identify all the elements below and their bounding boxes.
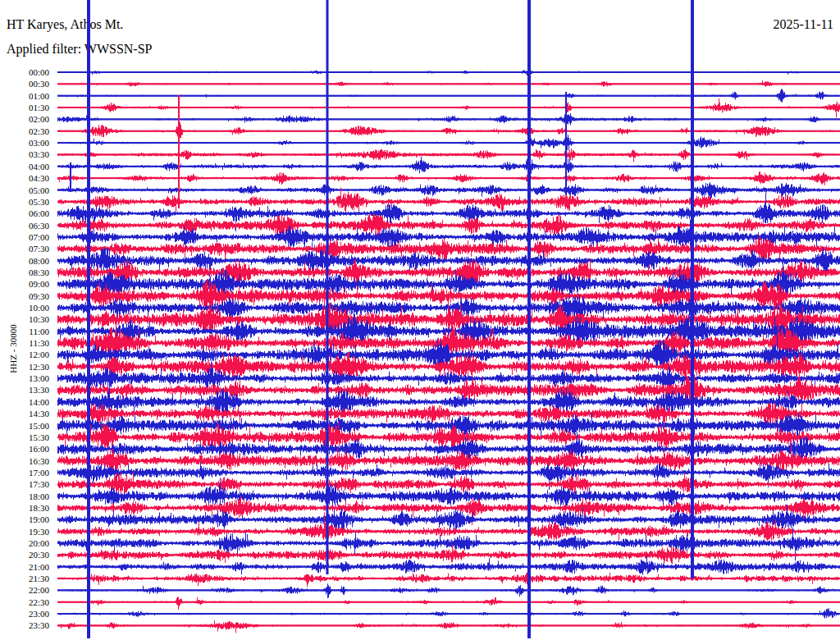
time-label: 06:30: [29, 221, 49, 231]
time-label: 11:30: [29, 338, 49, 348]
time-axis: 00:0000:3001:0001:3002:0002:3003:0003:30…: [0, 0, 51, 640]
time-label: 18:00: [29, 491, 49, 501]
time-label: 16:30: [29, 456, 49, 466]
time-label: 02:30: [29, 126, 49, 136]
time-label: 20:30: [29, 550, 49, 560]
time-label: 00:30: [29, 79, 49, 89]
time-label: 23:30: [29, 620, 49, 630]
time-label: 09:30: [29, 291, 49, 301]
time-label: 07:30: [29, 244, 49, 254]
time-label: 03:00: [29, 138, 49, 148]
time-label: 22:30: [29, 597, 49, 607]
time-label: 12:00: [29, 350, 49, 359]
time-label: 12:30: [29, 362, 49, 372]
date-label: 2025-11-11: [774, 17, 833, 32]
time-label: 03:30: [29, 149, 49, 159]
time-label: 08:00: [29, 256, 49, 266]
time-label: 13:30: [29, 385, 49, 395]
time-label: 04:30: [29, 173, 49, 183]
time-label: 15:30: [29, 432, 49, 442]
time-label: 19:00: [29, 514, 49, 524]
time-label: 02:00: [29, 114, 49, 124]
time-label: 00:00: [29, 67, 49, 77]
time-label: 14:00: [29, 397, 49, 407]
time-label: 07:00: [29, 232, 49, 242]
time-label: 20:00: [29, 538, 49, 548]
helicorder-plot: [0, 0, 840, 640]
time-label: 21:00: [29, 562, 49, 572]
time-label: 19:30: [29, 527, 49, 537]
time-label: 01:30: [29, 103, 49, 112]
helicorder-screen: HT Karyes, Athos Mt. Applied filter: WWS…: [0, 0, 840, 640]
time-label: 09:00: [29, 279, 49, 289]
time-label: 16:00: [29, 444, 49, 454]
time-label: 15:00: [29, 421, 49, 431]
time-label: 10:30: [29, 314, 49, 324]
time-label: 11:00: [29, 327, 49, 336]
time-label: 08:30: [29, 267, 49, 277]
time-label: 01:00: [29, 91, 49, 101]
time-label: 21:30: [29, 574, 49, 583]
time-label: 06:00: [29, 208, 49, 218]
time-label: 04:00: [29, 162, 49, 171]
time-label: 17:30: [29, 479, 49, 489]
time-label: 17:00: [29, 468, 49, 478]
time-label: 14:30: [29, 409, 49, 418]
time-label: 22:00: [29, 585, 49, 595]
time-label: 23:00: [29, 609, 49, 619]
time-label: 05:30: [29, 197, 49, 207]
time-label: 13:00: [29, 373, 49, 383]
time-label: 18:30: [29, 503, 49, 513]
time-label: 05:00: [29, 185, 49, 195]
time-label: 10:00: [29, 303, 49, 313]
